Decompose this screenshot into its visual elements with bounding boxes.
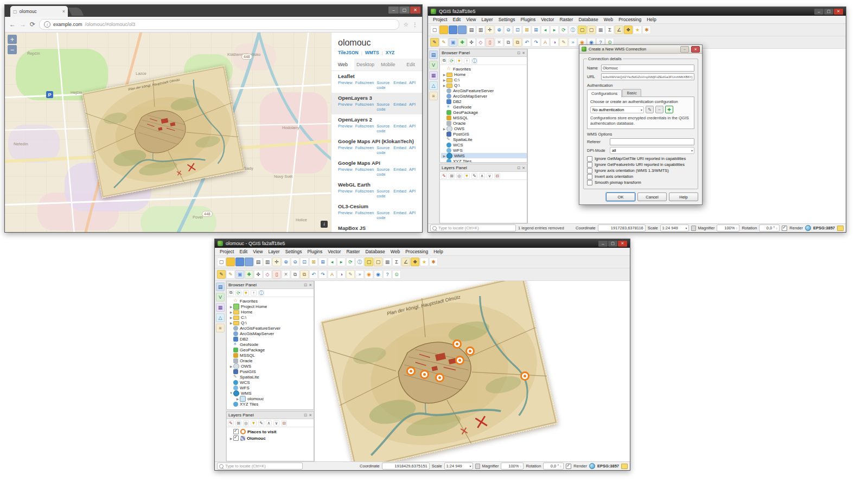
api-link[interactable]: API <box>409 210 416 220</box>
crs-icon[interactable] <box>805 225 811 231</box>
tree-item[interactable]: Favorites <box>441 66 527 72</box>
lock-scale-icon[interactable] <box>475 464 480 469</box>
zoom-in-button[interactable]: + <box>8 35 17 44</box>
place-marker[interactable] <box>465 346 475 356</box>
layer-row[interactable]: ▶ Olomouc <box>228 435 314 441</box>
tree-item[interactable]: WFS <box>441 147 527 153</box>
layers-panel-header[interactable]: Layers Panel ⊡ ✕ <box>440 164 527 172</box>
messages-icon[interactable] <box>621 464 628 469</box>
place-marker[interactable] <box>452 339 462 349</box>
tree-item[interactable]: PostGIS <box>441 131 527 137</box>
menu-item[interactable]: Database <box>576 17 601 22</box>
scale-select[interactable]: 1:24 949▾ <box>660 224 689 232</box>
library-item[interactable]: MapBox JS Preview Fullscreen Source code… <box>331 223 422 232</box>
dock-close-icon[interactable]: ✕ <box>522 51 525 55</box>
preview-link[interactable]: Preview <box>338 145 353 155</box>
rotation-value[interactable]: 0,0 ° <box>759 224 780 232</box>
remove-auth-button[interactable]: − <box>655 106 663 113</box>
dock-float-icon[interactable]: ⊡ <box>517 166 520 170</box>
expand-arrow-icon[interactable]: ▶ <box>442 84 446 87</box>
panel-toolbar-icon[interactable]: ∧ <box>479 173 485 179</box>
toolbar-icon[interactable]: » <box>569 38 577 47</box>
menu-item[interactable]: Plugins <box>304 249 325 254</box>
toolbar-icon[interactable]: ❖ <box>624 25 633 34</box>
toolbar-icon[interactable]: A <box>328 270 336 279</box>
api-link[interactable]: API <box>409 102 416 112</box>
menu-item[interactable]: View <box>463 17 478 22</box>
toolbar-icon[interactable]: ✕ <box>495 38 503 47</box>
wmts-link[interactable]: WMTS <box>365 50 379 55</box>
menu-item[interactable]: Layer <box>478 17 495 22</box>
panel-toolbar-icon[interactable]: ✎ <box>471 173 477 179</box>
dpi-mode-select[interactable]: all▾ <box>610 147 694 154</box>
option-checkbox[interactable] <box>587 162 592 168</box>
layer-toolbar-ic[interactable]: △ <box>216 313 225 322</box>
toolbar-icon[interactable]: » <box>355 270 364 279</box>
library-item[interactable]: Google Maps API (KlokanTech) Preview Ful… <box>331 136 422 158</box>
window-close-button[interactable]: ✕ <box>410 7 420 14</box>
toolbar-icon[interactable] <box>439 25 448 34</box>
menu-item[interactable]: Processing <box>616 17 644 22</box>
toolbar-icon[interactable]: ▢ <box>217 258 226 266</box>
source-code-link[interactable]: Source code <box>376 189 391 198</box>
api-link[interactable]: API <box>409 145 416 155</box>
embed-link[interactable]: Embed <box>393 124 406 133</box>
back-button[interactable]: ← <box>9 21 16 28</box>
toolbar-icon[interactable]: ✱ <box>642 25 651 34</box>
site-info-icon[interactable]: i <box>44 21 50 28</box>
layer-toolbar-ic[interactable]: ≡ <box>429 92 438 100</box>
library-item[interactable]: OpenLayers 2 Preview Fullscreen Source c… <box>331 114 422 136</box>
crs-icon[interactable] <box>589 463 595 469</box>
source-code-link[interactable]: Source code <box>376 167 391 177</box>
expand-arrow-icon[interactable]: ▶ <box>442 154 446 158</box>
map-canvas[interactable] <box>314 281 630 461</box>
toolbar-icon[interactable]: Σ <box>605 25 614 34</box>
tree-item[interactable]: ▶ olomouc <box>228 396 314 401</box>
toolbar-icon[interactable]: ⧉ <box>513 38 522 47</box>
option-checkbox[interactable] <box>587 180 592 185</box>
toolbar-icon[interactable]: ★ <box>420 258 429 266</box>
preview-link[interactable]: Preview <box>338 210 353 220</box>
layer-toolbar-ic[interactable]: ▦ <box>429 71 438 80</box>
qgis2-close-button[interactable]: ✕ <box>618 241 627 247</box>
library-item[interactable]: Google Maps API Preview Fullscreen Sourc… <box>331 158 422 179</box>
tree-item[interactable]: WCS <box>228 380 314 385</box>
zoom-out-button[interactable]: − <box>8 45 17 54</box>
tree-item[interactable]: ArcGisMapServer <box>441 93 527 99</box>
menu-item[interactable]: Vector <box>538 17 557 22</box>
tree-item[interactable]: ▶ WMS <box>441 153 527 158</box>
panel-toolbar-icon[interactable]: ⓘ <box>471 58 477 64</box>
toolbar-icon[interactable]: ? <box>383 270 392 279</box>
toolbar-icon[interactable]: ↶ <box>522 38 531 47</box>
layer-toolbar-ic[interactable]: ▤ <box>429 50 438 59</box>
panel-toolbar-icon[interactable]: ∧ <box>266 420 272 426</box>
browser-panel-header[interactable]: Browser Panel ⊡ ✕ <box>440 49 527 57</box>
tree-item[interactable]: GeoPackage <box>441 110 527 115</box>
toolbar-icon[interactable]: ✚ <box>458 38 467 47</box>
toolbar-icon[interactable] <box>449 25 457 34</box>
toolbar-icon[interactable]: ⊠ <box>522 25 531 34</box>
fullscreen-link[interactable]: Fullscreen <box>355 145 374 155</box>
expand-arrow-icon[interactable]: ▶ <box>442 127 446 131</box>
dialog-close-button[interactable]: ✕ <box>691 46 700 53</box>
layer-row[interactable]: Places to visit <box>228 428 314 435</box>
toolbar-icon[interactable]: ◑ <box>550 38 559 47</box>
layer-toolbar-ic[interactable]: ▤ <box>216 282 225 291</box>
toolbar-icon[interactable]: ✛ <box>272 258 281 266</box>
place-marker[interactable] <box>406 367 416 376</box>
auth-config-select[interactable]: No authentication▾ <box>590 106 644 113</box>
tree-item[interactable]: ▶ Q:\ <box>228 320 314 325</box>
tree-item[interactable]: ▶ C:\ <box>441 77 527 82</box>
toolbar-icon[interactable]: ✎ <box>559 38 568 47</box>
toolbar-icon[interactable]: ▤ <box>254 258 263 266</box>
attribution-info-button[interactable]: i <box>321 221 328 228</box>
expand-arrow-icon[interactable]: ▶ <box>229 436 233 440</box>
tree-item[interactable]: WFS <box>228 385 314 390</box>
coordinate-value[interactable]: 1918429,6375151 <box>382 463 430 470</box>
expand-arrow-icon[interactable]: ▶ <box>229 310 233 314</box>
dock-close-icon[interactable]: ✕ <box>309 283 312 287</box>
panel-toolbar-icon[interactable]: ▼ <box>456 58 462 64</box>
menu-item[interactable]: Project <box>217 249 237 254</box>
toolbar-icon[interactable]: ⊡ <box>300 258 309 266</box>
browser-menu-icon[interactable]: ⋮ <box>412 22 418 28</box>
